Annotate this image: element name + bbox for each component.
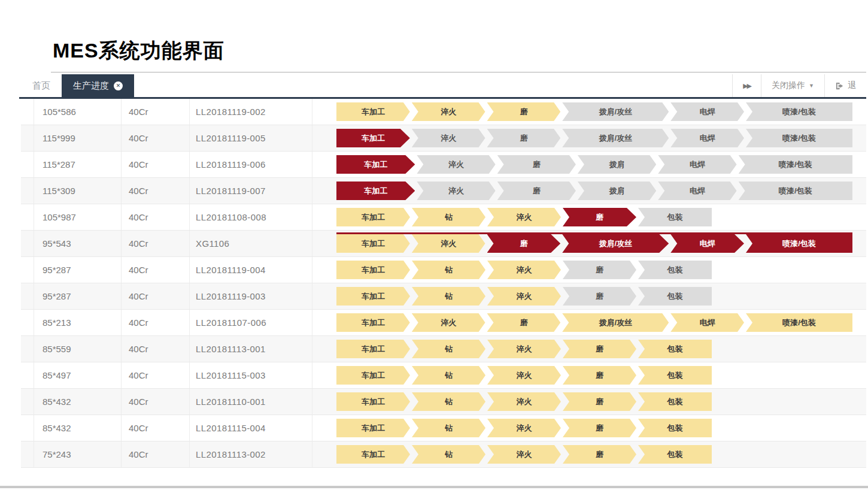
- process-step: 包装: [638, 445, 712, 464]
- process-step: 车加工: [336, 102, 410, 121]
- material-cell: 40Cr: [122, 362, 190, 388]
- row-gutter-cell: [21, 310, 34, 335]
- table-row[interactable]: 85*43240CrLL20181110-001车加工钻淬火磨包装: [21, 389, 866, 415]
- process-flow-cell: 车加工淬火磨拨肩/攻丝电焊喷漆/包装: [312, 231, 866, 256]
- material-cell: 40Cr: [122, 283, 190, 309]
- process-step: 磨: [497, 155, 576, 174]
- dimension-cell: 115*309: [34, 178, 122, 204]
- process-flow-bar: 车加工淬火磨拨肩电焊喷漆/包装: [336, 155, 852, 174]
- process-flow-cell: 车加工钻淬火磨包装: [312, 362, 866, 388]
- table-row[interactable]: 85*43240CrLL20181115-004车加工钻淬火磨包装: [21, 415, 866, 441]
- tab-production-progress[interactable]: 生产进度 ✕: [62, 74, 134, 97]
- order-no-cell: LL20181107-006: [190, 310, 312, 335]
- row-gutter-cell: [21, 336, 34, 362]
- process-step: 磨: [487, 234, 561, 253]
- process-flow-bar: 车加工淬火磨拨肩/攻丝电焊喷漆/包装: [336, 234, 852, 253]
- material-cell: 40Cr: [122, 336, 190, 362]
- process-step: 拨肩/攻丝: [562, 234, 669, 253]
- process-step: 拨肩: [578, 182, 656, 200]
- table-row[interactable]: 115*28740CrLL20181119-006车加工淬火磨拨肩电焊喷漆/包装: [21, 152, 866, 178]
- table-row[interactable]: 95*54340CrXG1106车加工淬火磨拨肩/攻丝电焊喷漆/包装: [21, 231, 866, 257]
- process-flow-bar: 车加工钻淬火磨包装: [336, 366, 712, 385]
- close-operations-dropdown[interactable]: 关闭操作 ▼: [761, 74, 824, 97]
- tabbar-actions: ▶▶ 关闭操作 ▼ 退: [732, 74, 866, 97]
- row-gutter-cell: [21, 362, 34, 388]
- process-step: 喷漆/包装: [746, 234, 852, 253]
- process-step: 车加工: [336, 261, 410, 279]
- process-step: 包装: [638, 208, 712, 226]
- process-flow-cell: 车加工淬火磨拨肩/攻丝电焊喷漆/包装: [312, 310, 866, 335]
- process-step: 电焊: [670, 102, 744, 121]
- process-step: 钻: [412, 392, 485, 411]
- process-step: 磨: [563, 445, 636, 464]
- scroll-tabs-button[interactable]: ▶▶: [732, 74, 761, 97]
- dimension-cell: 115*287: [34, 152, 122, 177]
- process-flow-bar: 车加工淬火磨拨肩/攻丝电焊喷漆/包装: [336, 102, 852, 121]
- process-step: 包装: [638, 340, 712, 358]
- dimension-cell: 95*287: [34, 257, 122, 283]
- process-step: 淬火: [412, 129, 485, 147]
- process-step: 车加工: [336, 340, 410, 358]
- dimension-cell: 85*497: [34, 362, 122, 388]
- process-step: 喷漆/包装: [746, 129, 852, 147]
- process-step: 淬火: [487, 419, 561, 437]
- order-no-cell: LL20181119-004: [190, 257, 312, 283]
- order-no-cell: LL20181115-003: [190, 362, 312, 388]
- process-flow-cell: 车加工淬火磨拨肩/攻丝电焊喷漆/包装: [312, 99, 866, 125]
- process-step: 车加工: [336, 419, 410, 437]
- table-row[interactable]: 95*28740CrLL20181119-004车加工钻淬火磨包装: [21, 257, 866, 283]
- logout-label: 退: [848, 80, 856, 91]
- process-step: 淬火: [487, 208, 561, 226]
- dimension-cell: 85*559: [34, 336, 122, 362]
- process-step: 淬火: [412, 234, 485, 253]
- dimension-cell: 105*586: [34, 99, 122, 125]
- row-gutter-cell: [21, 204, 34, 230]
- process-step: 磨: [563, 208, 636, 226]
- material-cell: 40Cr: [122, 389, 190, 415]
- tab-home-label: 首页: [32, 80, 50, 92]
- tab-home[interactable]: 首页: [21, 74, 62, 97]
- process-step: 磨: [563, 261, 636, 279]
- process-step: 喷漆/包装: [739, 182, 852, 200]
- dimension-cell: 85*213: [34, 310, 122, 335]
- dimension-cell: 95*287: [34, 283, 122, 309]
- process-step: 磨: [563, 392, 636, 411]
- process-step: 电焊: [658, 155, 736, 174]
- process-step: 包装: [638, 366, 712, 385]
- process-flow-bar: 车加工钻淬火磨包装: [336, 392, 712, 411]
- logout-button[interactable]: 退: [824, 74, 866, 97]
- process-flow-bar: 车加工淬火磨拨肩/攻丝电焊喷漆/包装: [336, 313, 852, 332]
- order-no-cell: LL20181113-001: [190, 336, 312, 362]
- table-row[interactable]: 105*58640CrLL20181119-002车加工淬火磨拨肩/攻丝电焊喷漆…: [21, 99, 866, 125]
- process-step: 车加工: [336, 155, 415, 174]
- close-tab-icon[interactable]: ✕: [114, 81, 123, 90]
- process-step: 电焊: [670, 234, 744, 253]
- table-row[interactable]: 85*55940CrLL20181113-001车加工钻淬火磨包装: [21, 336, 866, 362]
- process-step: 包装: [638, 261, 712, 279]
- process-step: 车加工: [336, 129, 410, 147]
- process-step: 磨: [487, 102, 561, 121]
- table-row[interactable]: 85*49740CrLL20181115-003车加工钻淬火磨包装: [21, 362, 866, 389]
- process-step: 钻: [412, 340, 485, 358]
- process-flow-bar: 车加工钻淬火磨包装: [336, 419, 712, 437]
- dimension-cell: 115*999: [34, 125, 122, 151]
- table-row[interactable]: 85*21340CrLL20181107-006车加工淬火磨拨肩/攻丝电焊喷漆/…: [21, 310, 866, 336]
- table-row[interactable]: 75*24340CrLL20181113-002车加工钻淬火磨包装: [21, 441, 866, 468]
- dimension-cell: 95*543: [34, 231, 122, 256]
- process-step: 车加工: [336, 445, 410, 464]
- table-row[interactable]: 115*30940CrLL20181119-007车加工淬火磨拨肩电焊喷漆/包装: [21, 178, 866, 204]
- process-step: 淬火: [487, 340, 561, 358]
- process-step: 车加工: [336, 287, 410, 306]
- process-step: 喷漆/包装: [739, 155, 852, 174]
- process-step: 电焊: [670, 313, 744, 332]
- bottom-divider: [0, 486, 868, 488]
- material-cell: 40Cr: [122, 125, 190, 151]
- table-row[interactable]: 105*98740CrLL20181108-008车加工钻淬火磨包装: [21, 204, 866, 231]
- table-row[interactable]: 115*99940CrLL20181119-005车加工淬火磨拨肩/攻丝电焊喷漆…: [21, 125, 866, 152]
- process-step: 磨: [563, 287, 636, 306]
- material-cell: 40Cr: [122, 310, 190, 335]
- process-step: 磨: [497, 182, 576, 200]
- process-flow-bar: 车加工钻淬火磨包装: [336, 445, 712, 464]
- process-step: 车加工: [336, 234, 410, 253]
- table-row[interactable]: 95*28740CrLL20181119-003车加工钻淬火磨包装: [21, 283, 866, 310]
